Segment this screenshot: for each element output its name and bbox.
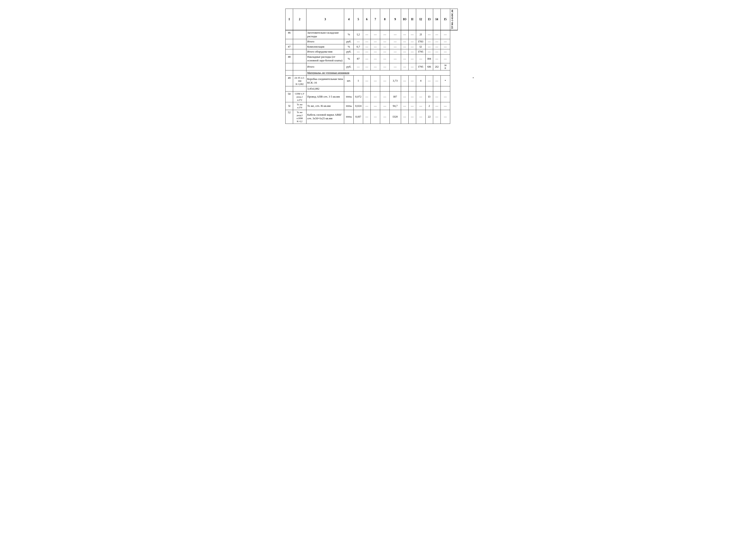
row-col13: —	[425, 44, 433, 49]
row-col3: Итого оборудова-ния	[306, 49, 344, 55]
row-col11: —	[408, 55, 416, 63]
table-row: Итого оборудова-ния руб. — — — — — — — I…	[285, 49, 458, 55]
row-col2	[293, 39, 306, 44]
row-col6: —	[363, 110, 370, 124]
row-col11: —	[408, 63, 416, 70]
tp-label: ТР 901-2-0149С.86	[450, 9, 454, 30]
row-col15: —	[441, 91, 450, 102]
row-col15: —	[441, 39, 450, 44]
row-col3: Итого	[306, 63, 344, 70]
row-col12: —	[416, 102, 425, 110]
row-col4: %	[344, 55, 354, 63]
row-col9: —	[390, 30, 401, 39]
table-row: 50 СПМ ч.У разд.2 п.I72 Провод АПВ сеч. …	[285, 91, 458, 102]
row-col2: 24–05 п.I–390 K=I,082	[293, 76, 306, 86]
row-col12	[416, 86, 425, 91]
row-col5: I	[354, 76, 363, 86]
row-col13: —	[425, 76, 433, 86]
row-col2: То же п.I70	[293, 102, 306, 110]
row-col7: —	[371, 110, 380, 124]
row-col7: —	[371, 44, 380, 49]
row-col9: —	[390, 44, 401, 49]
row-col8: —	[380, 110, 390, 124]
table-row: Итого руб. — — — — — — — I783 — — —	[285, 39, 458, 44]
row-id: 50	[285, 91, 293, 102]
row-id: 52	[285, 110, 293, 124]
row-col7: —	[371, 49, 380, 55]
row-col13: 22	[425, 110, 433, 124]
row-id: 48	[285, 55, 293, 63]
col-header-tp: ТР 901-2-0149С.86	[450, 9, 458, 30]
row-col10: —	[401, 110, 408, 124]
row-id: 49	[285, 76, 293, 86]
main-table: I 2 3 4 5 6 7 8 9 IO II I2 I3 I4 I5 ТР 9…	[285, 9, 458, 124]
row-col10: —	[401, 39, 408, 44]
row-col14: —	[433, 44, 441, 49]
table-header: I 2 3 4 5 6 7 8 9 IO II I2 I3 I4 I5 ТР 9…	[285, 9, 458, 30]
row-col7: —	[371, 91, 380, 102]
row-col5: —	[354, 39, 363, 44]
row-col8: —	[380, 63, 390, 70]
col-header-9: 9	[390, 9, 401, 30]
row-col13: I3	[425, 91, 433, 102]
row-col9: 94,7	[390, 102, 401, 110]
row-col3: То же, сеч. I6 кв.мм	[306, 102, 344, 110]
row-col8: —	[380, 44, 390, 49]
row-col3: Накладные расходы (от основной зара-ботн…	[306, 55, 344, 63]
row-col6: —	[363, 55, 370, 63]
row-col4: %	[344, 44, 354, 49]
row-col15: —	[441, 102, 450, 110]
row-col11: —	[408, 30, 416, 39]
row-col8: —	[380, 76, 390, 86]
row-col4: руб.	[344, 49, 354, 55]
col-header-2: 2	[293, 9, 306, 30]
row-col12: —	[416, 91, 425, 102]
row-col11: —	[408, 102, 416, 110]
row-col9: —	[390, 39, 401, 44]
row-col5: 0,072	[354, 91, 363, 102]
col-header-7: 7	[371, 9, 380, 30]
row-col2	[293, 49, 306, 55]
row-col11: —	[408, 49, 416, 55]
row-col13: —	[425, 39, 433, 44]
row-col4: %	[344, 30, 354, 39]
row-col4: I000м	[344, 102, 354, 110]
row-col3: Кабель силовой марки АВБГ сеч. 3х50+Iх25…	[306, 110, 344, 124]
row-col15: —	[441, 110, 450, 124]
row-col2: СПМ ч.У разд.2 п.I72	[293, 91, 306, 102]
row-col7: —	[371, 102, 380, 110]
col-header-13: I3	[425, 9, 433, 30]
row-col2	[293, 55, 306, 63]
row-col4: I000м	[344, 110, 354, 124]
row-col4	[344, 86, 354, 91]
row-col5: 0,7	[354, 44, 363, 49]
table-row-materials-header: Материалы, не учтенные ценником	[285, 70, 458, 76]
col-header-10: IO	[401, 9, 408, 30]
row-col4: руб.	[344, 63, 354, 70]
row-id	[285, 86, 293, 91]
row-id: 47	[285, 44, 293, 49]
row-col9: —	[390, 49, 401, 55]
col-header-12: I2	[416, 9, 425, 30]
row-col7: —	[371, 76, 380, 86]
row-id	[285, 70, 293, 76]
row-col5: 0,0I7	[354, 110, 363, 124]
table-row: 5I То же п.I70 То же, сеч. I6 кв.мм I000…	[285, 102, 458, 110]
row-col6: —	[363, 44, 370, 49]
row-col8: —	[380, 91, 390, 102]
row-col9: I87	[390, 91, 401, 102]
col-header-14: I4	[433, 9, 441, 30]
col-header-8: 8	[380, 9, 390, 30]
row-col5: I,2	[354, 30, 363, 39]
row-col9: —	[390, 63, 401, 70]
row-col15: —	[441, 49, 450, 55]
row-col9	[390, 86, 401, 91]
row-materials-label: Материалы, не учтенные ценником	[306, 70, 450, 76]
row-col3: Комплектация	[306, 44, 344, 49]
row-col2	[293, 30, 306, 39]
table-row: 47 Комплектация % 0,7 — — — — — — I2 — —…	[285, 44, 458, 49]
row-col7	[371, 86, 380, 91]
col-header-4: 4	[344, 9, 354, 30]
row-col3: Итого	[306, 39, 344, 44]
row-col14: —	[433, 55, 441, 63]
